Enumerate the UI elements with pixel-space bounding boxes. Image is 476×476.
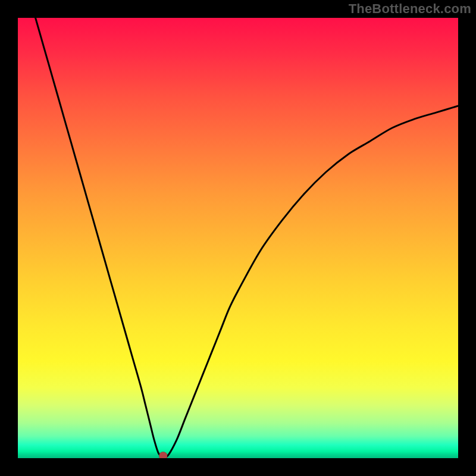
curve-svg (18, 18, 458, 458)
watermark-text: TheBottleneck.com (349, 1, 471, 17)
chart-frame: TheBottleneck.com (0, 0, 476, 476)
minimum-marker (159, 452, 167, 458)
bottleneck-curve (36, 18, 458, 457)
plot-area (18, 18, 458, 458)
